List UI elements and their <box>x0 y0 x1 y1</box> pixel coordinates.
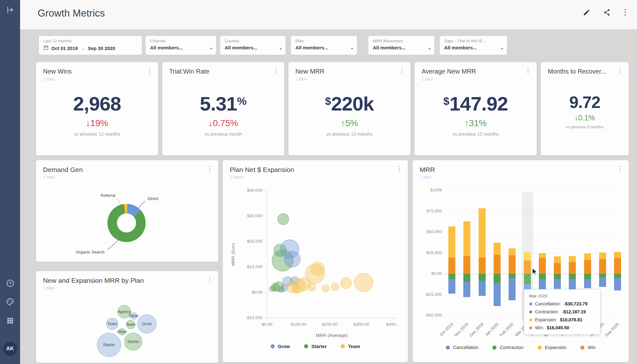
bar-win-nov-2019[interactable] <box>463 256 470 274</box>
arrow-up-icon: ↑ <box>341 118 345 128</box>
edit-icon[interactable] <box>583 9 590 18</box>
filter-plan[interactable]: PlanAll members...▾ <box>291 36 357 55</box>
legend-item-win[interactable]: Win <box>580 345 596 350</box>
plan-bubble-grow[interactable] <box>137 314 156 333</box>
plan-bubble-team[interactable] <box>106 318 118 330</box>
bar-contraction-jul-2020[interactable] <box>584 274 591 279</box>
legend-item-starter[interactable]: Starter <box>304 344 327 349</box>
bar-expansion-sep-2020[interactable] <box>614 252 621 258</box>
bar-expansion-feb-2020[interactable] <box>509 248 516 255</box>
share-icon[interactable] <box>603 9 611 18</box>
bar-win-apr-2020[interactable] <box>539 258 546 274</box>
bar-contraction-dec-2019[interactable] <box>479 274 486 281</box>
collapse-panel-icon[interactable] <box>6 6 14 15</box>
scatter-point-team[interactable] <box>331 283 339 291</box>
bar-expansion-jun-2020[interactable] <box>569 256 576 262</box>
bar-contraction-aug-2020[interactable] <box>599 274 606 277</box>
scatter-point-team[interactable] <box>311 262 325 276</box>
bar-expansion-apr-2020[interactable] <box>539 253 546 258</box>
legend-item-cancellation[interactable]: Cancellation <box>446 345 479 350</box>
bar-contraction-sep-2020[interactable] <box>614 274 621 278</box>
kpi-caption: vs previous 12 months <box>288 132 410 137</box>
bar-cancellation-dec-2019[interactable] <box>479 281 486 296</box>
bar-cancellation-jul-2020[interactable] <box>584 279 591 288</box>
date-range-filter[interactable]: Last 12 months Oct 01 2019 → Sep 30 2020 <box>39 36 142 55</box>
filter-tag[interactable]: 1 filter <box>36 75 158 82</box>
card-menu-icon[interactable]: ⋮ <box>525 67 532 74</box>
legend-item-contraction[interactable]: Contraction <box>492 345 523 350</box>
bar-expansion-oct-2019[interactable] <box>448 226 455 258</box>
plan-bubble-starter[interactable] <box>97 333 121 357</box>
plan-bubble-other[interactable] <box>119 328 126 335</box>
bar-expansion-mar-2020[interactable] <box>524 252 531 261</box>
bar-expansion-dec-2019[interactable] <box>479 208 486 258</box>
bar-contraction-mar-2020[interactable] <box>524 274 531 284</box>
bar-contraction-jun-2020[interactable] <box>569 274 576 279</box>
bar-expansion-jul-2020[interactable] <box>584 253 591 260</box>
scatter-point-team[interactable] <box>340 277 352 289</box>
card-menu-icon[interactable]: ⋮ <box>146 67 153 74</box>
bar-contraction-nov-2019[interactable] <box>463 274 470 282</box>
legend-item-team[interactable]: Team <box>341 344 360 349</box>
kpi-value: 5.31 <box>200 93 237 115</box>
bar-expansion-jan-2020[interactable] <box>494 243 501 255</box>
filter-label: Channel <box>150 39 212 43</box>
bar-cancellation-jun-2020[interactable] <box>569 279 576 291</box>
bar-contraction-oct-2019[interactable] <box>448 274 455 279</box>
bar-win-jul-2020[interactable] <box>584 260 591 274</box>
bar-cancellation-sep-2020[interactable] <box>614 278 621 290</box>
filter-tag[interactable]: 1 filter <box>415 75 537 82</box>
donut-pie[interactable] <box>107 204 146 242</box>
plan-bubble-other[interactable] <box>130 312 137 319</box>
bar-win-jan-2020[interactable] <box>494 255 501 274</box>
bar-cancellation-feb-2020[interactable] <box>509 278 516 300</box>
scatter-point-grow[interactable] <box>284 251 300 268</box>
bar-win-sep-2020[interactable] <box>614 258 621 274</box>
bar-cancellation-oct-2019[interactable] <box>448 279 455 294</box>
legend-item-grow[interactable]: Grow <box>271 344 290 349</box>
card-menu-icon[interactable]: ⋮ <box>398 67 405 74</box>
filter-days-trial-to-win-b-[interactable]: Days - Trial to Win B...All members...▾ <box>440 36 507 55</box>
user-avatar[interactable]: AK <box>3 342 17 356</box>
filter-mrr-movement[interactable]: MRR MovementAll members...▾ <box>368 36 434 55</box>
card-menu-icon[interactable]: ⋮ <box>272 67 279 74</box>
bar-win-dec-2019[interactable] <box>479 258 486 274</box>
bar-contraction-jan-2020[interactable] <box>494 274 501 283</box>
card-menu-icon[interactable]: ⋮ <box>617 67 624 74</box>
plan-bubble-starter[interactable] <box>124 333 142 351</box>
arrow-down-icon: ↓ <box>208 118 213 128</box>
bar-contraction-feb-2020[interactable] <box>509 274 516 278</box>
bar-cancellation-may-2020[interactable] <box>554 279 561 289</box>
help-icon[interactable]: ? <box>6 279 14 289</box>
bar-cancellation-jan-2020[interactable] <box>494 283 501 306</box>
bar-win-oct-2019[interactable] <box>448 258 455 274</box>
apps-grid-icon[interactable] <box>6 317 14 326</box>
bar-cancellation-aug-2020[interactable] <box>599 277 606 287</box>
bar-expansion-aug-2020[interactable] <box>599 253 606 259</box>
bar-win-may-2020[interactable] <box>554 263 561 274</box>
plan-bubble-team[interactable] <box>126 320 135 329</box>
theme-palette-icon[interactable] <box>6 297 14 307</box>
kpi-delta: ↓19% <box>36 118 158 128</box>
plan-bubble-agency[interactable] <box>118 305 131 318</box>
more-options-icon[interactable]: ⋮ <box>621 8 629 16</box>
bar-contraction-apr-2020[interactable] <box>539 274 546 279</box>
bar-win-jun-2020[interactable] <box>569 262 576 274</box>
bar-cancellation-nov-2019[interactable] <box>463 282 470 297</box>
x-tick <box>330 318 330 320</box>
bar-expansion-nov-2019[interactable] <box>463 221 470 256</box>
filter-tag[interactable]: 1 filter <box>288 75 410 82</box>
bar-expansion-may-2020[interactable] <box>554 256 561 263</box>
bar-win-aug-2020[interactable] <box>599 259 606 274</box>
bar-win-mar-2020[interactable] <box>524 261 531 274</box>
scatter-point-team[interactable] <box>308 283 316 291</box>
legend-item-expansion[interactable]: Expansion <box>538 345 567 350</box>
scatter-point-starter[interactable] <box>278 213 289 225</box>
bar-contraction-may-2020[interactable] <box>554 274 561 279</box>
scatter-point-team[interactable] <box>354 273 373 292</box>
tooltip-series-dot <box>529 310 532 313</box>
scatter-point-team[interactable] <box>322 285 329 292</box>
filter-channel[interactable]: ChannelAll members...▾ <box>146 36 216 55</box>
filter-country[interactable]: CountryAll members...▾ <box>220 36 286 55</box>
bar-win-feb-2020[interactable] <box>509 255 516 274</box>
